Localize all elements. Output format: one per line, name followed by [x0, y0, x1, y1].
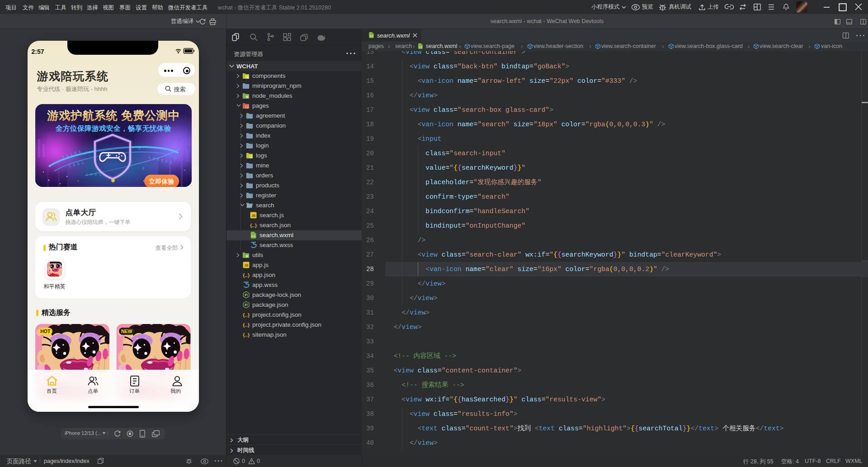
svg-text:1 0 0 1: 1 0 0 1	[86, 172, 101, 176]
svg-text:全方位保障游戏安全，畅享无忧体验: 全方位保障游戏安全，畅享无忧体验	[55, 124, 171, 132]
svg-text:{..}: {..}	[243, 332, 250, 338]
svg-text:{..}: {..}	[243, 272, 250, 278]
svg-text:游戏护航系统 免费公测中: 游戏护航系统 免费公测中	[47, 109, 180, 122]
svg-text:{..}: {..}	[243, 312, 250, 318]
svg-text:{..}: {..}	[250, 223, 257, 228]
svg-text:JS: JS	[251, 214, 255, 218]
svg-text:JS: JS	[244, 263, 248, 267]
svg-text:{..}: {..}	[243, 322, 250, 328]
svg-text:立即体验: 立即体验	[148, 178, 175, 185]
